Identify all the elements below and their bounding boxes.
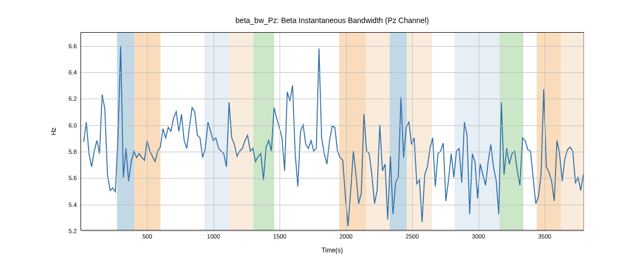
y-tick-label: 5.6 bbox=[69, 175, 81, 181]
y-tick-label: 5.8 bbox=[69, 148, 81, 155]
gridline-horizontal bbox=[81, 46, 583, 47]
gridline-vertical bbox=[479, 33, 479, 230]
y-tick-label: 6.2 bbox=[69, 95, 81, 102]
gridline-horizontal bbox=[81, 72, 583, 73]
gridline-vertical bbox=[147, 33, 148, 230]
y-axis-label: Hz bbox=[50, 128, 57, 136]
gridline-vertical bbox=[280, 33, 280, 230]
line-layer bbox=[81, 33, 583, 230]
y-tick-label: 6.6 bbox=[69, 43, 81, 49]
gridline-vertical bbox=[346, 33, 347, 230]
gridline-vertical bbox=[545, 33, 545, 230]
chart-plot-area: 5001000150020002500300035005.25.45.65.86… bbox=[80, 32, 584, 230]
gridline-vertical bbox=[214, 33, 214, 230]
chart-title: beta_bw_Pz: Beta Instantaneous Bandwidth… bbox=[80, 16, 584, 25]
x-axis-label: Time(s) bbox=[80, 247, 584, 254]
gridline-horizontal bbox=[81, 152, 583, 152]
gridline-horizontal bbox=[81, 231, 583, 232]
gridline-horizontal bbox=[81, 205, 583, 205]
gridline-horizontal bbox=[81, 125, 583, 126]
y-tick-label: 6.0 bbox=[69, 122, 81, 129]
plot-frame: 5001000150020002500300035005.25.45.65.86… bbox=[80, 32, 584, 230]
y-tick-label: 5.2 bbox=[69, 228, 81, 234]
y-tick-label: 6.4 bbox=[69, 69, 81, 76]
gridline-horizontal bbox=[81, 178, 583, 178]
gridline-horizontal bbox=[81, 99, 583, 99]
gridline-vertical bbox=[412, 33, 413, 230]
y-tick-label: 5.4 bbox=[69, 202, 81, 208]
